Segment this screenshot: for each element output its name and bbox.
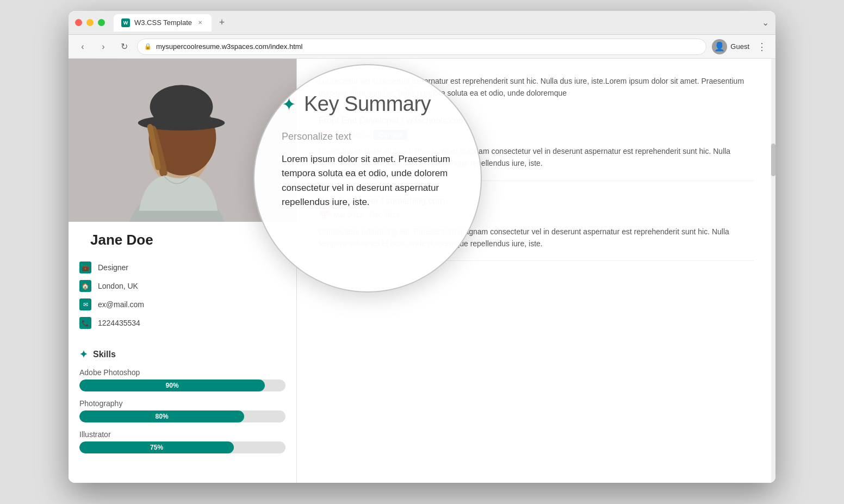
url-bar[interactable]: 🔒 mysupercoolresume.w3spaces.com/index.h… — [137, 39, 706, 55]
addressbar: ‹ › ↻ 🔒 mysupercoolresume.w3spaces.com/i… — [69, 35, 775, 59]
magnifier-content: ✦ Key Summary Personalize text Lorem ips… — [282, 92, 454, 209]
back-button[interactable]: ‹ — [75, 39, 90, 54]
skill-illustrator-pct: 75% — [150, 444, 163, 451]
close-button[interactable] — [75, 19, 82, 26]
tab-label: W3.CSS Template — [134, 18, 192, 27]
skill-photoshop-pct: 90% — [166, 382, 179, 389]
tab-bar: W W3.CSS Template ✕ + — [114, 14, 762, 32]
titlebar: W W3.CSS Template ✕ + ⌄ — [69, 11, 775, 35]
traffic-lights — [75, 19, 105, 26]
skill-photography: Photography 80% — [79, 399, 286, 422]
browser-content: Jane Doe 💼 Designer 🏠 London, UK ✉ ex@ma… — [69, 59, 775, 483]
skill-illustrator-name: Illustrator — [79, 430, 286, 439]
skill-photography-bar-bg: 80% — [79, 410, 286, 422]
info-job-text: Designer — [98, 263, 128, 272]
skill-illustrator: Illustrator 75% — [79, 430, 286, 453]
info-phone-text: 1224435534 — [98, 319, 140, 327]
info-location-text: London, UK — [98, 282, 138, 290]
skill-photoshop: Adobe Photoshop 90% — [79, 368, 286, 391]
info-item-location: 🏠 London, UK — [79, 280, 286, 292]
address-text: mysupercoolresume.w3spaces.com/index.htm… — [156, 42, 699, 51]
skill-photoshop-name: Adobe Photoshop — [79, 368, 286, 377]
magnifier-subtitle: Personalize text — [282, 131, 454, 142]
skills-header: ✦ Skills — [79, 349, 286, 360]
minimize-button[interactable] — [86, 19, 94, 26]
home-icon: 🏠 — [79, 280, 91, 292]
scrollbar[interactable] — [771, 59, 775, 483]
magnifier-title-row: ✦ Key Summary — [282, 92, 454, 116]
skill-photography-pct: 80% — [156, 413, 169, 420]
lock-icon: 🔒 — [144, 43, 152, 50]
user-area[interactable]: 👤 Guest — [712, 39, 749, 54]
chevron-down-icon[interactable]: ⌄ — [762, 17, 769, 28]
magnifier-title: Key Summary — [304, 92, 431, 116]
forward-button[interactable]: › — [96, 39, 111, 54]
info-email-text: ex@mail.com — [98, 300, 144, 309]
maximize-button[interactable] — [98, 19, 105, 26]
window-controls-right: ⌄ — [762, 17, 769, 28]
resume-sidebar: Jane Doe 💼 Designer 🏠 London, UK ✉ ex@ma… — [69, 59, 297, 483]
info-item-email: ✉ ex@mail.com — [79, 298, 286, 310]
skills-icon: ✦ — [79, 349, 88, 360]
browser-window: W W3.CSS Template ✕ + ⌄ ‹ › ↻ 🔒 mysuperc… — [69, 11, 775, 483]
magnifier-overlay: ✦ Key Summary Personalize text Lorem ips… — [253, 64, 482, 293]
briefcase-icon: 💼 — [79, 262, 91, 273]
profile-name: Jane Doe — [79, 226, 286, 248]
email-icon: ✉ — [79, 298, 91, 310]
reload-button[interactable]: ↻ — [116, 39, 132, 54]
svg-point-6 — [150, 85, 213, 128]
new-tab-button[interactable]: + — [215, 16, 229, 30]
user-avatar-icon: 👤 — [712, 39, 727, 54]
sidebar-info: 💼 Designer 🏠 London, UK ✉ ex@mail.com 📞 … — [69, 253, 296, 344]
user-name: Guest — [730, 42, 749, 51]
skill-illustrator-bar-bg: 75% — [79, 441, 286, 453]
tab-close-button[interactable]: ✕ — [196, 19, 204, 27]
info-item-job: 💼 Designer — [79, 262, 286, 273]
active-tab[interactable]: W W3.CSS Template ✕ — [114, 14, 212, 32]
profile-name-wrap: Jane Doe — [69, 222, 296, 253]
phone-icon: 📞 — [79, 317, 91, 329]
info-item-phone: 📞 1224435534 — [79, 317, 286, 329]
magnifier-body: Lorem ipsum dolor sit amet. Praesentium … — [282, 152, 454, 209]
skill-photography-bar-fill: 80% — [79, 410, 244, 422]
skills-label: Skills — [93, 350, 116, 359]
more-options-button[interactable]: ⋮ — [755, 41, 769, 53]
tab-favicon: W — [121, 18, 130, 27]
skill-photoshop-bar-bg: 90% — [79, 379, 286, 391]
skill-illustrator-bar-fill: 75% — [79, 441, 234, 453]
skills-section: ✦ Skills Adobe Photoshop 90% Photography — [69, 344, 296, 470]
skill-photoshop-bar-fill: 90% — [79, 379, 265, 391]
scrollbar-thumb[interactable] — [771, 144, 775, 176]
skill-photography-name: Photography — [79, 399, 286, 408]
